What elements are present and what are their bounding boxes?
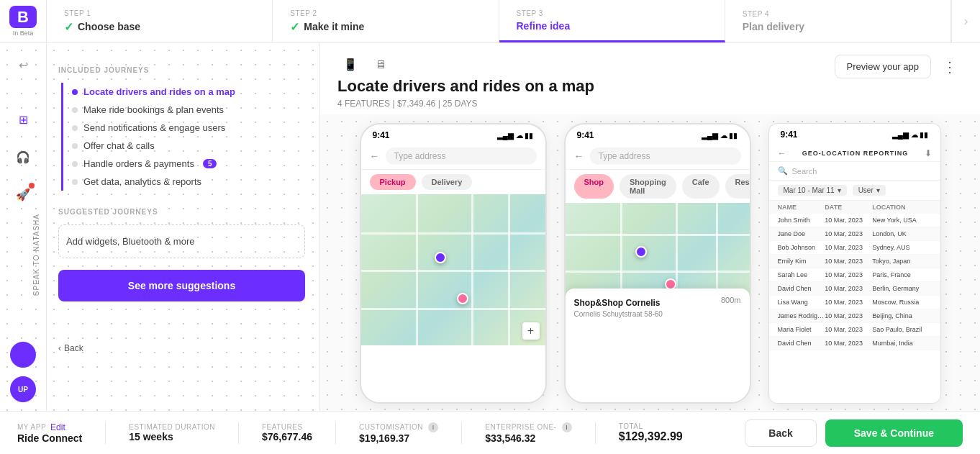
journey-badge-4: 5	[203, 159, 217, 168]
journey-label-3: Offer chat & calls	[83, 140, 155, 151]
suggested-journeys-label: SUGGESTED JOURNEYS	[58, 208, 305, 216]
mobile-view-btn[interactable]: 📱	[337, 55, 363, 74]
step1-label: STEP 1	[64, 9, 91, 17]
up-button[interactable]: UP	[10, 376, 36, 402]
step-2[interactable]: STEP 2 ✓ Make it mine	[273, 0, 499, 42]
phone2-tabs: Shop Shopping Mall Cafe Restaurant	[566, 170, 750, 203]
more-options-button[interactable]: ⋮	[937, 55, 963, 78]
geo-table-header: Name Date Location	[769, 201, 940, 214]
back-link[interactable]: ‹ Back	[58, 343, 83, 353]
journey-item-3[interactable]: Offer chat & calls	[72, 137, 305, 155]
main-area: ↩ ⊞ 🎧 🚀 SPEAK TO NATASHA UP INCLUDED JOU…	[0, 43, 980, 411]
geo-table-row: David Chen 10 Mar, 2023 Mumbai, India	[769, 337, 940, 350]
suggested-journeys: SUGGESTED JOURNEYS Add widgets, Bluetoot…	[58, 208, 305, 301]
geo-cell-date: 10 Mar, 2023	[825, 299, 872, 306]
geo-table-row: Sarah Lee 10 Mar, 2023 Paris, France	[769, 268, 940, 282]
map1-pin-2	[457, 293, 468, 304]
total-field: TOTAL $129,392.99	[619, 422, 683, 443]
step-3[interactable]: STEP 3 Refine idea	[499, 0, 725, 42]
journeys-panel: INCLUDED JOURNEYS Locate drivers and rid…	[47, 43, 320, 411]
journey-dot-5	[72, 179, 78, 185]
geo-back-icon[interactable]: ←	[778, 148, 786, 158]
journey-label-2: Send notifications & engage users	[83, 122, 225, 133]
step-4[interactable]: STEP 4 Plan delivery	[725, 0, 951, 42]
geo-icons: ▂▄▆ ☁ ▮▮	[892, 131, 929, 139]
geo-download-icon[interactable]: ⬇	[925, 148, 932, 158]
journey-dot-4	[72, 161, 78, 167]
customisation-field: CUSTOMISATION i $19,169.37	[359, 422, 438, 444]
geo-cell-name: John Smith	[778, 217, 825, 224]
preview-button[interactable]: Preview your app	[835, 55, 931, 78]
bottom-summary: MY APP Edit Ride Connect ESTIMATED DURAT…	[17, 422, 745, 444]
journey-item-5[interactable]: Get data, analytics & reports	[72, 173, 305, 191]
phone1-search-bar: ← Type address	[361, 143, 545, 170]
journey-label-4: Handle orders & payments	[83, 158, 194, 169]
speak-label: SPEAK TO NATASHA	[32, 214, 40, 296]
header-actions: Preview your app ⋮	[835, 55, 963, 78]
headset-icon[interactable]: 🎧	[10, 144, 36, 170]
step2-check-icon: ✓	[290, 20, 299, 34]
geo-cell-name: David Chen	[778, 285, 825, 292]
customisation-info-icon[interactable]: i	[428, 422, 438, 432]
rocket-icon[interactable]: 🚀	[10, 181, 36, 207]
geo-cell-name: Jane Doe	[778, 230, 825, 237]
phone2-tab-mall[interactable]: Shopping Mall	[620, 174, 676, 199]
phone1-time: 9:41	[373, 130, 390, 140]
logo-area: B In Beta	[0, 0, 47, 42]
journey-label-5: Get data, analytics & reports	[83, 176, 201, 187]
geo-cell-date: 10 Mar, 2023	[825, 271, 872, 278]
geo-header: ← GEO-LOCATION REPORTING ⬇	[769, 142, 940, 162]
edit-link[interactable]: Edit	[50, 422, 65, 432]
phone2-search-input[interactable]: Type address	[590, 147, 741, 165]
phone1-search-input[interactable]: Type address	[386, 147, 537, 165]
my-app-label: MY APP	[17, 423, 46, 431]
journey-item-4[interactable]: Handle orders & payments 5	[72, 155, 305, 173]
back-button[interactable]: Back	[745, 419, 816, 447]
phone2-tab-shop[interactable]: Shop	[574, 174, 614, 199]
chevron-down-icon: ▾	[838, 186, 841, 194]
step1-title: ✓ Choose base	[64, 20, 140, 34]
geo-table-row: John Smith 10 Mar, 2023 New York, USA	[769, 214, 940, 227]
geo-cell-name: Sarah Lee	[778, 271, 825, 278]
shop-name: Shop&Shop Cornelis 800m	[574, 296, 741, 309]
phone1-tab-pickup[interactable]: Pickup	[370, 174, 416, 190]
phone2-tab-cafe[interactable]: Cafe	[682, 174, 720, 199]
enterprise-field: ENTERPRISE ONE- i $33,546.32	[485, 422, 571, 444]
features-label: FEATURES	[262, 423, 312, 431]
geo-search[interactable]: 🔍 Search	[769, 162, 940, 181]
grid-icon[interactable]: ⊞	[10, 106, 36, 132]
total-value: $129,392.99	[619, 430, 683, 443]
map1-zoom-btn[interactable]: +	[522, 322, 540, 340]
phone-1: 9:41 ▂▄▆ ☁ ▮▮ ← Type address Pickup Deli…	[360, 123, 547, 404]
phone1-back-icon[interactable]: ←	[370, 150, 380, 162]
geo-cell-location: Tokyo, Japan	[872, 258, 931, 265]
desktop-view-btn[interactable]: 🖥	[369, 55, 392, 74]
step2-title: ✓ Make it mine	[290, 20, 364, 34]
geo-cell-location: London, UK	[872, 230, 931, 237]
phone1-tab-delivery[interactable]: Delivery	[422, 174, 473, 190]
enterprise-info-icon[interactable]: i	[562, 422, 572, 432]
save-continue-button[interactable]: Save & Continue	[825, 419, 963, 447]
geo-table-row: Maria Fiolet 10 Mar, 2023 Sao Paulo, Bra…	[769, 323, 940, 337]
geo-cell-location: Mumbai, India	[872, 340, 931, 347]
undo-icon[interactable]: ↩	[10, 52, 36, 78]
phones-area: 9:41 ▂▄▆ ☁ ▮▮ ← Type address Pickup Deli…	[320, 114, 980, 411]
next-arrow[interactable]: ›	[951, 0, 980, 42]
phone2-tab-restaurant[interactable]: Restaurant	[725, 174, 751, 199]
journey-item-1[interactable]: Make ride bookings & plan events	[72, 101, 305, 119]
geo-date-filter[interactable]: Mar 10 - Mar 11 ▾	[778, 185, 847, 196]
see-more-button[interactable]: See more suggestions	[58, 270, 305, 301]
geo-cell-date: 10 Mar, 2023	[825, 326, 872, 333]
phone2-search-bar: ← Type address	[566, 143, 750, 170]
avatar[interactable]	[10, 342, 36, 368]
geo-filters: Mar 10 - Mar 11 ▾ User ▾	[769, 181, 940, 201]
phone2-back-icon[interactable]: ←	[574, 150, 584, 162]
geo-user-filter[interactable]: User ▾	[853, 185, 886, 196]
geo-cell-location: Moscow, Russia	[872, 299, 931, 306]
map2-pin-1	[635, 246, 647, 258]
geo-cell-location: Paris, France	[872, 271, 931, 278]
journey-item-2[interactable]: Send notifications & engage users	[72, 119, 305, 137]
step-1[interactable]: STEP 1 ✓ Choose base	[47, 0, 273, 42]
center-content: 📱 🖥 Locate drivers and rides on a map 4 …	[320, 43, 980, 411]
journey-item-0[interactable]: Locate drivers and rides on a map	[72, 83, 305, 101]
